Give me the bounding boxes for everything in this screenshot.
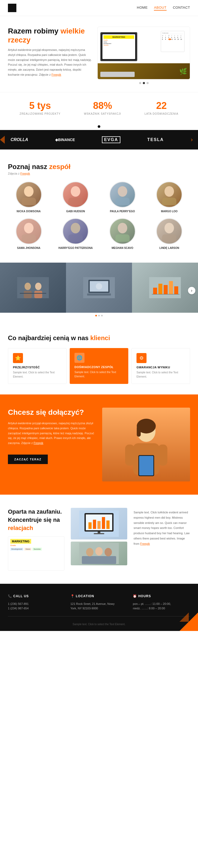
- nav-contact[interactable]: CONTACT: [173, 5, 190, 10]
- stat-satisfaction-label: WSKAŹNIK SATYSFAKCJI: [84, 112, 121, 115]
- work-dot-active[interactable]: [95, 315, 97, 316]
- work-dot-2[interactable]: [98, 315, 100, 316]
- footer-address-1: 121 Rock Sreet, 21 Avenue, Nowy: [70, 601, 128, 607]
- hero-text: Razem robimy wielkie rzeczy Artykuł ewid…: [8, 27, 92, 80]
- team-member-1: NICKA DOWSONA: [8, 181, 50, 213]
- card-2-text: Sample text. Click to select the Text El…: [75, 370, 123, 379]
- team-member-3: PAULA PERRY'EGO: [102, 181, 143, 213]
- nav-home[interactable]: HOME: [137, 5, 148, 10]
- svg-point-19: [35, 283, 41, 290]
- card-1-title: PRZEJRZYSTOŚĆ: [13, 366, 61, 369]
- work-chevron-right[interactable]: ›: [188, 287, 195, 294]
- hero-dots: [97, 80, 190, 87]
- svg-rect-3: [68, 198, 83, 205]
- svg-rect-36: [137, 426, 141, 437]
- team-avatar-7: [109, 218, 136, 244]
- svg-rect-15: [162, 235, 176, 242]
- stat-years-num: 22: [144, 100, 178, 111]
- hero-title: Razem robimy wielkie rzeczy: [8, 27, 92, 44]
- card-1-text: Sample text. Click to select the Text El…: [13, 370, 61, 379]
- stats-dots: [0, 123, 198, 130]
- footer-hours-1: pon.– pt. ……: 11:00 – 20:00,: [133, 601, 190, 607]
- clients-cards: ⭐ PRZEJRZYSTOŚĆ Sample text. Click to se…: [8, 348, 190, 384]
- client-card-2: 🌐 DOŚWIADCZONY ZESPÓŁ Sample text. Click…: [70, 348, 128, 384]
- join-button[interactable]: ZACZĄĆ TERAZ: [8, 455, 48, 464]
- team-name-3: PAULA PERRY'EGO: [102, 210, 143, 213]
- svg-rect-7: [162, 198, 176, 205]
- svg-point-56: [105, 548, 112, 556]
- team-freepik-link[interactable]: Freepik: [20, 172, 30, 175]
- svg-rect-39: [158, 444, 167, 466]
- work-photo-1: [0, 262, 66, 313]
- dot-1[interactable]: [139, 82, 141, 84]
- footer-hours-2: niedz. ……: 8:00 – 20:00: [133, 607, 190, 610]
- svg-rect-20: [34, 291, 42, 298]
- work-dot-3[interactable]: [101, 315, 103, 316]
- svg-rect-11: [68, 235, 83, 242]
- svg-rect-1: [22, 198, 36, 205]
- team-name-8: LINDĘ LARSON: [149, 247, 190, 249]
- stat-satisfaction: 88% WSKAŹNIK SATYSFAKCJI: [84, 100, 121, 115]
- join-image: [102, 408, 190, 482]
- team-title: Poznaj nasz zespół: [8, 163, 190, 171]
- team-member-7: MEGHAN SCAVO: [102, 218, 143, 249]
- team-member-8: LINDĘ LARSON: [149, 218, 190, 249]
- svg-rect-51: [94, 533, 104, 534]
- trust-left: Oparta na zaufaniu. Koncentruje się na r…: [8, 508, 64, 570]
- svg-rect-48: [102, 517, 105, 529]
- work-photo-grid: [0, 262, 198, 313]
- svg-point-8: [24, 223, 33, 234]
- svg-rect-18: [24, 291, 32, 298]
- dot-3[interactable]: [146, 82, 149, 84]
- stat-projects-num: 5 tys: [20, 100, 60, 111]
- dot-2[interactable]: [143, 82, 145, 84]
- join-body: Artykuł ewidentnie przyjął ekspresowo, n…: [8, 421, 96, 445]
- svg-rect-53: [82, 556, 116, 564]
- team-name-7: MEGHAN SCAVO: [102, 247, 143, 249]
- team-avatar-1: [16, 181, 42, 208]
- trust-right-text: Sample text. Click toArticle evident arr…: [134, 510, 190, 547]
- card-2-icon: 🌐: [75, 353, 84, 363]
- client-card-1: ⭐ PRZEJRZYSTOŚĆ Sample text. Click to se…: [8, 348, 66, 384]
- footer-col-hours: ⏰ HOURS pon.– pt. ……: 11:00 – 20:00, nie…: [133, 594, 190, 610]
- svg-rect-30: [164, 285, 168, 294]
- team-grid: NICKA DOWSONA GABI HUDSON PAULA PERRY'EG…: [8, 181, 190, 249]
- join-link[interactable]: Freepik: [33, 441, 43, 444]
- hero-image: MARKETING Goals Vision Development Succe…: [97, 27, 190, 87]
- card-3-icon: ⚙: [137, 353, 146, 363]
- clients-section: Co najbardziej cenią w nas klienci ⭐ PRZ…: [0, 324, 198, 395]
- team-name-2: GABI HUDSON: [55, 210, 96, 213]
- footer-tri-2: [179, 613, 189, 622]
- brands-chevron-right[interactable]: ›: [191, 136, 193, 143]
- svg-point-25: [96, 283, 102, 289]
- team-name-1: NICKA DOWSONA: [8, 210, 50, 213]
- svg-rect-45: [88, 522, 92, 529]
- nav-about[interactable]: ABOUT: [154, 5, 166, 10]
- team-name-5: SAMA JHONSONA: [8, 247, 50, 249]
- footer-phone-2: 1 (234) 987-654: [8, 607, 65, 610]
- brand-binance: ◈BINANCE: [55, 137, 75, 142]
- brand-tesla: TESLA: [147, 137, 164, 142]
- trust-freepik-link[interactable]: Freepik: [140, 542, 150, 545]
- stat-years: 22 LATA DOŚWIADCZENIA: [144, 100, 178, 115]
- stat-satisfaction-num: 88%: [84, 100, 121, 111]
- stat-years-label: LATA DOŚWIADCZENIA: [144, 112, 178, 115]
- brands-left-deco: [0, 130, 5, 150]
- card-3-title: GWARANCJA WYNIKU: [137, 366, 185, 369]
- svg-rect-41: [139, 456, 153, 475]
- team-avatar-3: [109, 181, 136, 208]
- svg-rect-9: [22, 235, 36, 242]
- team-avatar-6: [62, 218, 89, 244]
- trust-middle: [71, 508, 127, 570]
- team-avatar-2: [62, 181, 89, 208]
- hero-link[interactable]: Freepik: [52, 73, 61, 76]
- footer-col-call: 📞 CALL US 1 (236) 567-891 1 (234) 987-65…: [8, 594, 65, 610]
- svg-rect-46: [93, 520, 96, 529]
- card-2-title: DOŚWIADCZONY ZESPÓŁ: [75, 366, 123, 369]
- team-name-6: HARRY'EGO PATTERSONA: [55, 247, 96, 249]
- logo[interactable]: [8, 4, 17, 12]
- team-member-4: MARGO LOO: [149, 181, 190, 213]
- hero-body: Artykuł ewidentnie przyjął ekspresowo, n…: [8, 48, 92, 77]
- svg-point-54: [86, 548, 93, 556]
- footer-hours-title: ⏰ HOURS: [133, 594, 190, 598]
